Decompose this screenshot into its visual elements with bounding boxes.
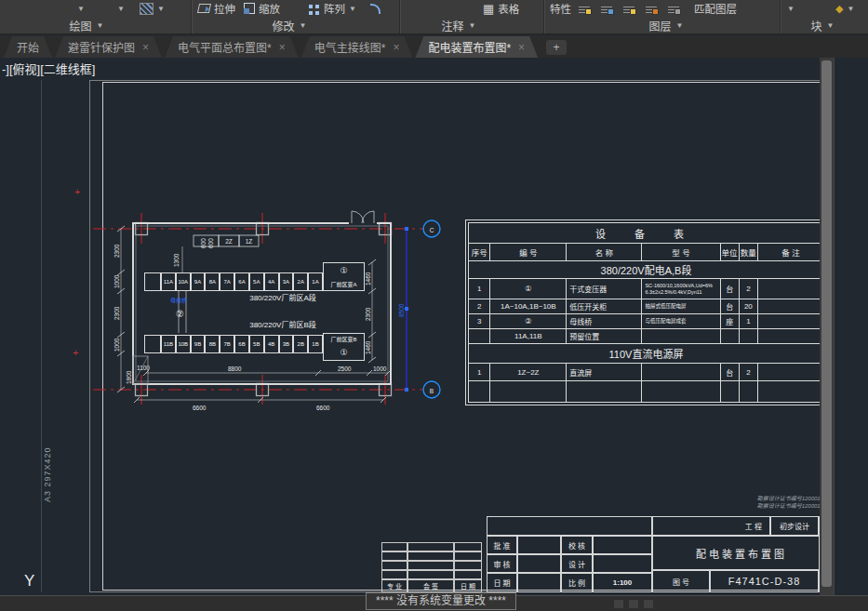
dim-text-selected[interactable]: 8500 — [398, 303, 405, 317]
table-cell — [642, 329, 720, 344]
check-value — [593, 536, 652, 554]
table-icon: ▦ — [483, 3, 494, 15]
file-tab[interactable]: 电气平面总布置图*× — [165, 36, 299, 58]
layer-properties-button[interactable]: 特性 — [550, 1, 571, 16]
new-tab-button[interactable]: + — [546, 40, 567, 55]
flyout-arrow-icon[interactable]: ▼ — [77, 1, 85, 16]
file-tab[interactable]: 开始 — [4, 36, 52, 58]
approve-value — [517, 536, 561, 554]
table-cell — [758, 279, 824, 299]
panel-block[interactable]: 块▼ — [790, 18, 855, 33]
switchgear-cell: 1B — [308, 335, 323, 353]
scale-label: 比 例 — [561, 573, 593, 592]
table-cell: 母线桥 — [567, 314, 642, 329]
fillet-button[interactable] — [370, 1, 381, 16]
flyout-arrow-icon[interactable]: ▼ — [787, 1, 795, 16]
model-space-viewport[interactable]: -][俯视][二维线框] A3 297X420 + + — [0, 58, 868, 611]
ribbon: ▼ ▼ ▼ 拉伸 缩放 阵列▼ ▦表格 特性 匹配图层 ▼ ◆▼ 绘图▼ 修改▼… — [0, 0, 868, 34]
table-cell: 干式变压器 — [567, 279, 642, 299]
table-button[interactable]: ▦表格 — [483, 1, 519, 16]
dc-cell-label: 2Z — [225, 238, 233, 245]
status-icon[interactable] — [614, 600, 623, 608]
layer-tool-button[interactable] — [646, 1, 657, 16]
switchgear-cell: 1A — [308, 272, 323, 291]
file-tab-label: 开始 — [17, 39, 39, 55]
approve-label: 批 准 — [487, 536, 517, 554]
table-cell: 预留位置 — [567, 329, 642, 344]
stretch-icon — [197, 4, 211, 13]
countersign-label: 会 签 — [407, 579, 454, 592]
table-cell: 1Z~2Z — [490, 364, 567, 381]
table-cell — [758, 314, 824, 329]
switchgear-cell: 9B — [191, 335, 206, 353]
table-cell: 2 — [739, 279, 757, 299]
array-icon — [309, 5, 313, 8]
layer-tool-button[interactable] — [579, 1, 590, 16]
table-row: 110V直流电源屏 — [469, 344, 824, 364]
table-cell: 台 — [720, 364, 739, 381]
table-cell — [642, 381, 720, 403]
table-cell — [758, 364, 824, 381]
table-cell: 1 — [469, 279, 490, 299]
table-header-cell: 备 注 — [758, 244, 824, 261]
table-row: 3②母线桥与低压配电屏成套座1 — [469, 314, 824, 329]
file-tab-label: 电气平面总布置图* — [178, 39, 272, 55]
tab-close-icon[interactable]: × — [142, 41, 149, 54]
file-tab[interactable]: 电气主接线图*× — [301, 36, 413, 58]
scale-button[interactable]: 缩放 — [244, 1, 280, 16]
table-header-cell: 序号 — [469, 244, 490, 261]
table-cell — [567, 381, 642, 403]
block-edit-button[interactable]: ◆▼ — [835, 1, 854, 16]
table-header-cell: 数量 — [739, 244, 757, 261]
drawing-number-label: 图 号 — [652, 570, 710, 592]
match-layer-button[interactable]: 匹配图层 — [694, 1, 737, 16]
panel-layers[interactable]: 图层▼ — [634, 18, 699, 33]
panel-separator — [543, 0, 545, 33]
file-tab-bar: 开始避雷针保护图×电气平面总布置图*×电气主接线图*×配电装置布置图*×+ — [0, 35, 868, 58]
table-row: 11Z~2Z直流屏台2 — [469, 364, 824, 381]
flyout-arrow-icon[interactable]: ▼ — [117, 1, 125, 16]
table-cell: 低压开关柜 — [567, 299, 642, 314]
signature-table: 专 业 会 签 日 期 — [381, 542, 482, 589]
file-tab[interactable]: 配电装置布置图*× — [415, 36, 538, 58]
grid-bubble-label: B — [430, 388, 434, 394]
table-cell — [758, 381, 824, 403]
wall-stub-cell — [144, 272, 161, 291]
tab-close-icon[interactable]: × — [518, 41, 525, 54]
stretch-button[interactable]: 拉伸 — [198, 1, 235, 16]
switchgear-cell: 5B — [249, 335, 264, 353]
vertical-scrollbar[interactable] — [820, 58, 834, 611]
status-icon[interactable] — [644, 600, 653, 608]
equipment-table: 设 备 表序号编 号名 称型 号单位数量备 注380/220V配电A,B段1①干… — [465, 219, 827, 405]
title-block: 工 程 初步设计 设计阶段 批 准 校 核 审 核 设 计 日 期 比 例 1:… — [487, 516, 831, 592]
layer-tool-button[interactable] — [623, 1, 634, 16]
system-variable-tooltip: **** 没有系统变量更改 **** — [366, 592, 516, 610]
status-icon[interactable] — [629, 600, 638, 608]
drawing-number-value: F4741C-D-38 — [710, 570, 819, 592]
panel-draw[interactable]: 绘图▼ — [54, 18, 119, 33]
file-tab[interactable]: 避雷针保护图× — [55, 36, 162, 58]
layer-lock-icon — [646, 5, 657, 13]
viewport-controls[interactable]: -][俯视][二维线框] — [2, 60, 95, 77]
dim-text: 2300 — [114, 244, 120, 258]
hatch-tool-button[interactable]: ▼ — [140, 1, 165, 16]
table-cell — [739, 329, 757, 344]
project-value: 初步设计 — [770, 516, 819, 536]
table-row: 21A~10A,1B~10B低压开关柜抽屉式低压配电屏台20 — [469, 299, 824, 314]
layer-tool-button[interactable] — [668, 1, 679, 16]
table-cell — [758, 329, 824, 344]
panel-modify[interactable]: 修改▼ — [257, 18, 322, 33]
dim-text: 2300 — [114, 306, 120, 320]
tab-close-icon[interactable]: × — [393, 41, 399, 54]
tab-close-icon[interactable]: × — [279, 41, 286, 54]
layer-tool-button[interactable] — [601, 1, 612, 16]
review-label: 审 核 — [487, 554, 517, 573]
scrollbar-thumb[interactable] — [821, 60, 832, 587]
panel-annotate[interactable]: 注释▼ — [426, 18, 491, 33]
array-button[interactable]: 阵列▼ — [307, 1, 356, 16]
switchgear-cell: 8A — [205, 272, 220, 291]
panel-separator — [399, 0, 401, 33]
file-tab-label: 电气主接线图* — [314, 39, 386, 55]
dim-text: 1000 — [114, 338, 120, 352]
table-row: 380/220V配电A,B段 — [469, 261, 824, 279]
